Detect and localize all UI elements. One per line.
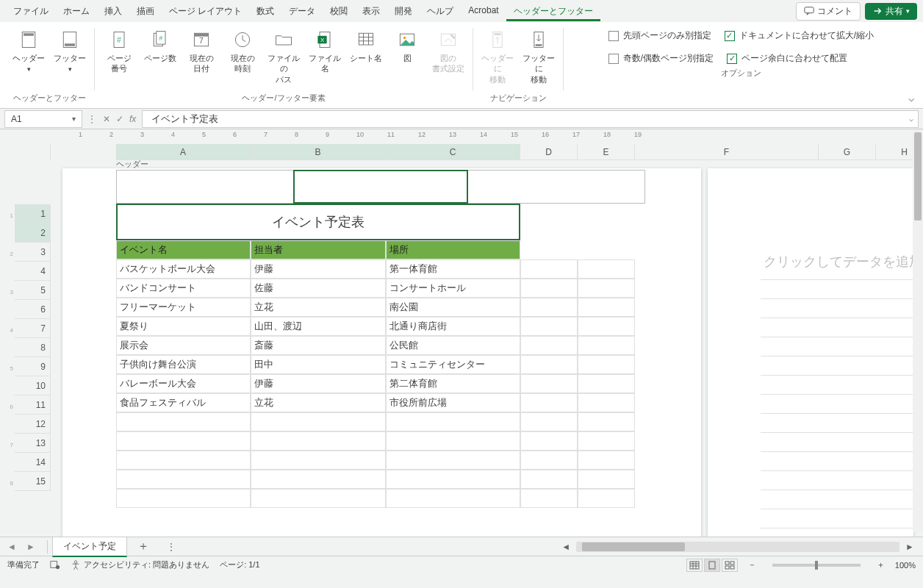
table-cell[interactable] xyxy=(578,336,635,355)
scale-with-doc-check[interactable]: ✓ドキュメントに合わせて拡大/縮小 xyxy=(725,29,874,42)
table-cell[interactable] xyxy=(251,431,386,451)
add-data-placeholder[interactable]: クリックしてデータを追加 xyxy=(761,243,922,280)
sheet-tab[interactable]: イベント予定 xyxy=(52,537,127,557)
table-cell[interactable]: 市役所前広場 xyxy=(386,393,520,412)
title-cell[interactable]: イベント予定表 xyxy=(116,204,520,240)
goto-footer-button[interactable]: フッターに 移動 xyxy=(520,26,557,86)
col-header-D[interactable]: D xyxy=(520,144,578,160)
col-header-A[interactable]: A xyxy=(116,144,251,160)
enter-icon[interactable]: ✓ xyxy=(116,114,123,124)
table-cell[interactable]: 伊藤 xyxy=(251,259,386,279)
formula-input[interactable]: イベント予定表 ⌵ xyxy=(142,110,919,128)
share-button[interactable]: 共有 ▾ xyxy=(865,3,917,20)
cancel-icon[interactable]: ✕ xyxy=(103,114,110,124)
table-cell[interactable]: バレーボール大会 xyxy=(116,374,251,393)
table-cell[interactable] xyxy=(520,393,578,412)
table-cell[interactable] xyxy=(578,374,635,393)
spreadsheet-cells[interactable]: イベント予定表イベント名担当者場所バスケットボール大会伊藤第一体育館バンドコンサ… xyxy=(116,204,635,508)
table-cell[interactable]: 第一体育館 xyxy=(386,259,520,279)
table-cell[interactable] xyxy=(251,470,386,489)
table-cell[interactable] xyxy=(578,393,635,412)
zoom-in-button[interactable]: ＋ xyxy=(877,559,885,570)
table-cell[interactable]: バスケットボール大会 xyxy=(116,259,251,279)
table-cell[interactable] xyxy=(578,355,635,374)
table-cell[interactable] xyxy=(520,451,578,470)
menu-ファイル[interactable]: ファイル xyxy=(6,1,56,21)
tab-menu-button[interactable]: ⋮ xyxy=(159,542,183,552)
view-page-break-button[interactable] xyxy=(722,559,738,572)
table-cell[interactable]: 立花 xyxy=(251,298,386,317)
header-button[interactable]: ヘッダー▾ xyxy=(10,26,47,76)
pagecount-button[interactable]: #ページ数 xyxy=(142,26,179,65)
row-header-10[interactable]: 10 xyxy=(15,376,51,395)
view-normal-button[interactable] xyxy=(686,559,703,572)
menu-開発[interactable]: 開発 xyxy=(387,1,420,21)
table-cell[interactable] xyxy=(251,489,386,508)
align-margins-check[interactable]: ✓ページ余白に合わせて配置 xyxy=(727,52,847,65)
header-center-section[interactable] xyxy=(293,170,468,204)
table-cell[interactable] xyxy=(520,259,578,279)
menu-校閲[interactable]: 校閲 xyxy=(323,1,355,21)
zoom-slider[interactable] xyxy=(772,564,861,567)
filepath-button[interactable]: ファイルの パス xyxy=(265,26,302,86)
table-cell[interactable]: 第二体育館 xyxy=(386,374,520,393)
row-header-15[interactable]: 15 xyxy=(15,472,51,491)
table-cell[interactable] xyxy=(116,489,251,508)
col-header-F[interactable]: F xyxy=(635,144,819,160)
table-header-cell[interactable]: 担当者 xyxy=(251,240,386,259)
table-cell[interactable]: 立花 xyxy=(251,393,386,412)
picture-button[interactable]: 図 xyxy=(389,26,425,65)
table-cell[interactable]: 展示会 xyxy=(116,336,251,355)
table-cell[interactable] xyxy=(520,317,578,336)
table-cell[interactable] xyxy=(520,489,578,508)
menu-ホーム[interactable]: ホーム xyxy=(56,1,97,21)
col-header-C[interactable]: C xyxy=(386,144,520,160)
menu-挿入[interactable]: 挿入 xyxy=(97,1,129,21)
table-cell[interactable]: 夏祭り xyxy=(116,317,251,336)
name-box[interactable]: A1 ▾ xyxy=(4,110,82,128)
col-header-E[interactable]: E xyxy=(578,144,635,160)
time-button[interactable]: 現在の 時刻 xyxy=(224,26,261,76)
accessibility-status[interactable]: アクセシビリティ: 問題ありません xyxy=(71,559,209,570)
zoom-level[interactable]: 100% xyxy=(895,561,916,570)
table-cell[interactable] xyxy=(520,374,578,393)
fx-icon[interactable]: fx xyxy=(129,114,136,124)
formula-bar-handle[interactable]: ⋮ xyxy=(87,114,97,124)
header-right-section[interactable] xyxy=(468,171,644,203)
row-header-13[interactable]: 13 xyxy=(15,434,51,453)
row-header-14[interactable]: 14 xyxy=(15,453,51,472)
table-cell[interactable] xyxy=(386,412,520,431)
row-header-2[interactable]: 2 xyxy=(15,223,51,243)
row-header-5[interactable]: 5 xyxy=(15,281,51,300)
table-cell[interactable] xyxy=(520,279,578,298)
sheetname-button[interactable]: シート名 xyxy=(348,26,384,65)
row-header-12[interactable]: 12 xyxy=(15,415,51,434)
table-cell[interactable]: 田中 xyxy=(251,355,386,374)
table-cell[interactable]: コミュニティセンター xyxy=(386,355,520,374)
table-cell[interactable]: バンドコンサート xyxy=(116,279,251,298)
header-left-section[interactable] xyxy=(117,171,293,203)
first-page-diff-check[interactable]: 先頭ページのみ別指定 xyxy=(608,29,711,42)
row-header-8[interactable]: 8 xyxy=(15,338,51,357)
table-cell[interactable] xyxy=(386,451,520,470)
scrollbar-thumb[interactable] xyxy=(914,132,922,220)
comment-button[interactable]: コメント xyxy=(796,2,861,21)
menu-描画[interactable]: 描画 xyxy=(129,1,162,21)
footer-button[interactable]: フッター▾ xyxy=(51,26,88,76)
table-cell[interactable]: 北通り商店街 xyxy=(386,317,520,336)
row-header-11[interactable]: 11 xyxy=(15,395,51,415)
table-cell[interactable] xyxy=(578,279,635,298)
date-button[interactable]: 7現在の 日付 xyxy=(183,26,220,76)
table-cell[interactable] xyxy=(116,412,251,431)
horizontal-scrollbar[interactable] xyxy=(576,542,899,552)
tab-nav-prev[interactable]: ◄ xyxy=(7,542,16,552)
table-cell[interactable]: 斎藤 xyxy=(251,336,386,355)
tab-nav-next[interactable]: ► xyxy=(26,542,35,552)
menu-数式[interactable]: 数式 xyxy=(249,1,281,21)
formula-expand-icon[interactable]: ⌵ xyxy=(909,115,913,123)
table-cell[interactable] xyxy=(251,451,386,470)
table-cell[interactable] xyxy=(520,355,578,374)
table-cell[interactable]: 山田、渡辺 xyxy=(251,317,386,336)
ribbon-collapse-button[interactable]: ⌵ xyxy=(908,92,914,104)
menu-ヘッダーとフッター[interactable]: ヘッダーとフッター xyxy=(506,1,600,21)
